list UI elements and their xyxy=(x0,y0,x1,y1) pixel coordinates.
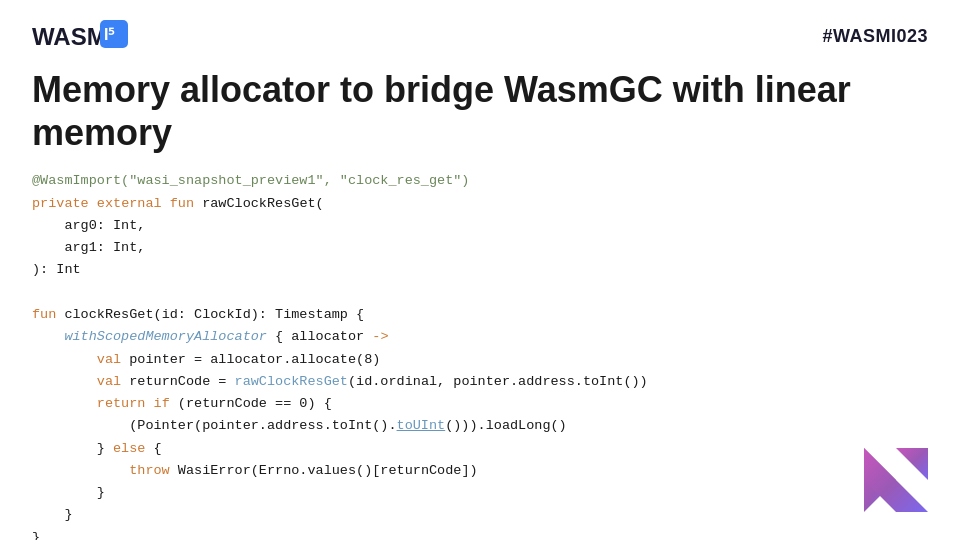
code-line-3: arg0: Int, xyxy=(32,215,928,237)
scoped-allocator-call: withScopedMemoryAllocator xyxy=(64,329,267,344)
code-line-blank xyxy=(32,282,928,304)
kw-else: else xyxy=(113,441,145,456)
code-line-8: withScopedMemoryAllocator { allocator -> xyxy=(32,326,928,348)
kw-if: if xyxy=(154,396,170,411)
kw-private: private xyxy=(32,196,89,211)
header: WASM I⁵ #WASMI023 xyxy=(0,0,960,64)
code-block: @WasmImport("wasi_snapshot_preview1", "c… xyxy=(0,170,960,540)
code-line-1: @WasmImport("wasi_snapshot_preview1", "c… xyxy=(32,170,928,192)
code-line-15: } xyxy=(32,482,928,504)
code-line-4: arg1: Int, xyxy=(32,237,928,259)
code-line-11: return if (returnCode == 0) { xyxy=(32,393,928,415)
svg-text:WASM: WASM xyxy=(32,23,107,50)
kw-throw: throw xyxy=(129,463,170,478)
kw-fun: fun xyxy=(170,196,194,211)
code-line-2: private external fun rawClockResGet( xyxy=(32,193,928,215)
annotation-1: @WasmImport("wasi_snapshot_preview1", "c… xyxy=(32,173,469,188)
kw-external: external xyxy=(97,196,162,211)
kw-fun2: fun xyxy=(32,307,56,322)
code-line-13: } else { xyxy=(32,438,928,460)
code-line-5: ): Int xyxy=(32,259,928,281)
title-section: Memory allocator to bridge WasmGC with l… xyxy=(0,64,960,170)
kw-val2: val xyxy=(97,374,121,389)
code-line-7: fun clockResGet(id: ClockId): Timestamp … xyxy=(32,304,928,326)
code-line-14: throw WasiError(Errno.values()[returnCod… xyxy=(32,460,928,482)
code-line-16: } xyxy=(32,504,928,526)
svg-text:I⁵: I⁵ xyxy=(104,26,115,43)
code-line-12: (Pointer(pointer.address.toInt().toUInt(… xyxy=(32,415,928,437)
svg-marker-5 xyxy=(896,448,928,480)
code-line-9: val pointer = allocator.allocate(8) xyxy=(32,349,928,371)
code-line-10: val returnCode = rawClockResGet(id.ordin… xyxy=(32,371,928,393)
kotlin-logo xyxy=(864,448,928,512)
kw-val1: val xyxy=(97,352,121,367)
code-line-17: } xyxy=(32,527,928,540)
kw-return: return xyxy=(97,396,146,411)
event-hashtag: #WASMI023 xyxy=(822,26,928,47)
toUInt-call: toUInt xyxy=(397,418,446,433)
wasm-logo-svg: WASM I⁵ xyxy=(32,18,132,54)
logo: WASM I⁵ xyxy=(32,18,132,54)
page-title: Memory allocator to bridge WasmGC with l… xyxy=(32,68,928,154)
raw-clock-call: rawClockResGet xyxy=(235,374,348,389)
